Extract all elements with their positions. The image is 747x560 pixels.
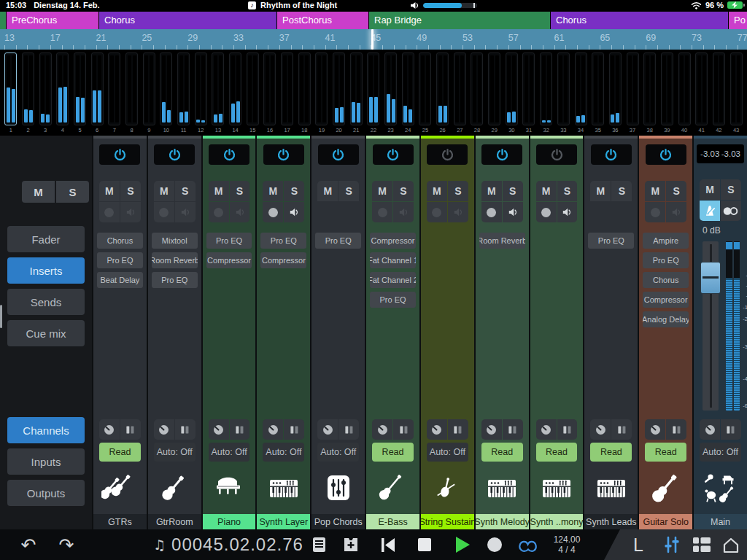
mute-button[interactable]: M bbox=[209, 181, 229, 201]
pan-knob-button[interactable] bbox=[317, 419, 338, 440]
record-arm-button[interactable] bbox=[263, 202, 283, 222]
insert-slot[interactable]: Fat Channel 1 bbox=[370, 252, 416, 268]
insert-slot[interactable]: Fat Channel 2 bbox=[370, 272, 416, 288]
navigator-channel[interactable]: 23 bbox=[382, 52, 400, 136]
solo-button[interactable]: S bbox=[175, 181, 196, 201]
insert-slot[interactable]: Compressor bbox=[206, 252, 252, 268]
pan-knob-button[interactable] bbox=[645, 419, 665, 440]
navigator-channel[interactable]: 17 bbox=[279, 52, 296, 136]
navigator-channel[interactable]: 20 bbox=[330, 52, 348, 136]
navigator-channel[interactable]: 9 bbox=[140, 52, 158, 136]
solo-button[interactable]: S bbox=[503, 181, 523, 201]
meter-view-button[interactable] bbox=[393, 419, 414, 440]
arranger-section[interactable]: Po bbox=[729, 12, 747, 29]
insert-slot[interactable]: Mixtool bbox=[152, 233, 198, 249]
solo-button[interactable]: S bbox=[393, 181, 414, 201]
insert-slot[interactable]: Compressor bbox=[643, 292, 689, 308]
channel-power-button[interactable] bbox=[646, 144, 686, 165]
mute-button[interactable]: M bbox=[590, 181, 611, 201]
navigator-channel[interactable]: 19 bbox=[313, 52, 330, 136]
home-button[interactable] bbox=[718, 529, 744, 560]
insert-slot[interactable]: Chorus bbox=[97, 233, 143, 249]
mute-button[interactable]: M bbox=[536, 181, 557, 201]
automation-mode-button[interactable]: Read bbox=[481, 443, 523, 462]
play-button[interactable] bbox=[451, 529, 474, 560]
mute-button[interactable]: M bbox=[645, 181, 665, 201]
channel-power-button[interactable] bbox=[536, 144, 577, 165]
navigator-channel[interactable]: 13 bbox=[209, 52, 227, 136]
meter-view-button[interactable] bbox=[338, 419, 359, 440]
channel-name[interactable]: Synth Melody bbox=[476, 514, 529, 529]
arranger-section[interactable]: Rap Bridge bbox=[369, 12, 550, 29]
monitor-button[interactable] bbox=[666, 202, 686, 222]
stereo-mode-button[interactable] bbox=[721, 201, 741, 221]
navigator-channel[interactable]: 3 bbox=[36, 52, 54, 136]
navigator-channel[interactable]: 5 bbox=[71, 52, 89, 136]
pan-knob-button[interactable] bbox=[263, 419, 283, 440]
navigator-channel[interactable]: 39 bbox=[659, 52, 676, 136]
channel-name[interactable]: GTRs bbox=[93, 514, 147, 529]
channel-name[interactable]: String Sustain bbox=[421, 514, 474, 529]
mute-button[interactable]: M bbox=[154, 181, 174, 201]
automation-mode-button[interactable]: Read bbox=[590, 443, 632, 462]
mute-button[interactable]: M bbox=[427, 181, 447, 201]
fader-handle[interactable] bbox=[700, 262, 721, 294]
tempo-display[interactable]: 124.00 4 / 4 bbox=[546, 529, 588, 560]
metronome-button[interactable] bbox=[700, 201, 720, 221]
channel-name[interactable]: E-Bass bbox=[366, 514, 419, 529]
navigator-channel[interactable]: 26 bbox=[434, 52, 452, 136]
mixer-view-button[interactable] bbox=[659, 529, 685, 560]
sidebar-list-inputs[interactable]: Inputs bbox=[7, 448, 85, 475]
arranger-section[interactable] bbox=[0, 12, 6, 29]
arranger-section[interactable]: Chorus bbox=[99, 12, 276, 29]
undo-button[interactable]: ↶ bbox=[16, 529, 41, 560]
record-arm-button[interactable] bbox=[209, 202, 229, 222]
record-arm-button[interactable] bbox=[536, 202, 557, 222]
grid-view-button[interactable] bbox=[689, 529, 715, 560]
pan-knob-button[interactable] bbox=[154, 419, 174, 440]
insert-slot[interactable]: Pro EQ bbox=[315, 233, 361, 249]
navigator-channel[interactable]: 31 bbox=[520, 52, 538, 136]
meter-view-button[interactable] bbox=[120, 419, 141, 440]
navigator-channel[interactable]: 32 bbox=[538, 52, 555, 136]
navigator-channel[interactable]: 15 bbox=[244, 52, 261, 136]
insert-slot[interactable]: Compressor bbox=[260, 252, 306, 268]
insert-slot[interactable]: Compressor bbox=[370, 233, 416, 249]
navigator-channel[interactable]: 43 bbox=[727, 52, 745, 136]
pan-knob-button[interactable] bbox=[427, 419, 447, 440]
pan-knob-button[interactable] bbox=[99, 419, 120, 440]
pan-knob-button[interactable] bbox=[372, 419, 392, 440]
automation-mode-button[interactable]: Read bbox=[645, 443, 686, 462]
solo-button[interactable]: S bbox=[284, 181, 304, 201]
navigator-channel[interactable]: 11 bbox=[175, 52, 193, 136]
navigator-channel[interactable]: 36 bbox=[607, 52, 624, 136]
navigator-channel[interactable]: 33 bbox=[555, 52, 573, 136]
navigator-channel[interactable]: 1 bbox=[2, 52, 20, 136]
sidebar-list-channels[interactable]: Channels bbox=[7, 417, 85, 443]
record-button[interactable] bbox=[483, 529, 506, 560]
solo-button[interactable]: S bbox=[666, 181, 686, 201]
automation-mode-button[interactable]: Read bbox=[536, 443, 578, 462]
monitor-button[interactable] bbox=[175, 202, 196, 222]
navigator-channel[interactable]: 16 bbox=[261, 52, 279, 136]
solo-button[interactable]: S bbox=[557, 181, 578, 201]
navigator-channel[interactable]: 2 bbox=[20, 52, 37, 136]
solo-button[interactable]: S bbox=[230, 181, 250, 201]
meter-view-button[interactable] bbox=[721, 419, 741, 440]
navigator-channel[interactable]: 21 bbox=[347, 52, 365, 136]
navigator-channel[interactable]: 14 bbox=[227, 52, 244, 136]
meter-view-button[interactable] bbox=[448, 419, 468, 440]
channel-name[interactable]: Piano bbox=[203, 514, 256, 529]
global-mute-button[interactable]: M bbox=[22, 181, 55, 203]
navigator-channel[interactable]: 7 bbox=[106, 52, 123, 136]
insert-slot[interactable]: Ampire bbox=[643, 233, 689, 249]
insert-slot[interactable]: Pro EQ bbox=[152, 272, 198, 288]
return-to-start-button[interactable] bbox=[376, 529, 400, 560]
timeline-ruler[interactable]: 1317212529333741454953576165697377 bbox=[0, 29, 747, 50]
channel-name[interactable]: Main bbox=[694, 514, 747, 529]
marker-list-button[interactable] bbox=[308, 529, 330, 560]
pan-knob-button[interactable] bbox=[590, 419, 611, 440]
record-arm-button[interactable] bbox=[154, 202, 174, 222]
channel-name[interactable]: GtrRoom bbox=[148, 514, 201, 529]
monitor-button[interactable] bbox=[230, 202, 250, 222]
